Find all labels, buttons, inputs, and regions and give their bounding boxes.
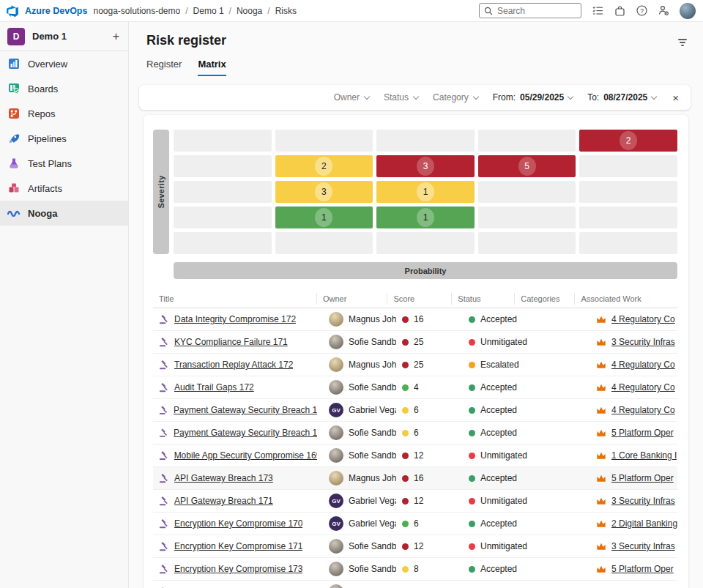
- user-avatar[interactable]: [680, 3, 696, 19]
- column-header-status[interactable]: Status: [451, 293, 514, 305]
- risk-title-link[interactable]: Encryption Key Compromise 173: [174, 564, 302, 574]
- sidebar-item-artifacts[interactable]: Artifacts: [0, 176, 128, 201]
- matrix-cell[interactable]: [579, 206, 677, 228]
- associated-work-link[interactable]: 2 Digital Banking: [611, 518, 677, 529]
- table-row[interactable]: Audit Trail Gaps 172Sofie Sandber4Accept…: [153, 376, 677, 399]
- search-input[interactable]: [497, 6, 570, 16]
- column-header-title[interactable]: Title: [153, 293, 316, 305]
- matrix-cell[interactable]: [478, 206, 576, 228]
- table-row[interactable]: API Gateway Breach 171GVGabriel Vega12Un…: [153, 490, 677, 513]
- matrix-cell[interactable]: 2: [579, 130, 677, 152]
- matrix-cell[interactable]: 2: [275, 155, 373, 177]
- risk-title-link[interactable]: Audit Trail Gaps 172: [174, 382, 254, 392]
- associated-work-link[interactable]: 1 Core Banking I: [611, 450, 677, 461]
- risk-title-link[interactable]: Encryption Key Compromise 170: [174, 518, 302, 529]
- risk-title-link[interactable]: KYC Compliance Failure 171: [174, 337, 288, 347]
- breadcrumb-item[interactable]: Nooga: [237, 6, 262, 16]
- column-header-associated-work[interactable]: Associated Work: [574, 293, 677, 305]
- add-project-icon[interactable]: +: [113, 30, 119, 43]
- matrix-cell[interactable]: [275, 130, 373, 152]
- sidebar-item-pipelines[interactable]: Pipelines: [0, 126, 128, 151]
- risk-title-link[interactable]: API Gateway Breach 173: [174, 473, 273, 483]
- category-filter-dropdown[interactable]: Category: [433, 92, 478, 103]
- tab-register[interactable]: Register: [146, 59, 182, 76]
- associated-work-link[interactable]: 3 Security Infras: [611, 337, 675, 347]
- breadcrumb-item[interactable]: Demo 1: [193, 6, 224, 16]
- matrix-cell[interactable]: [174, 206, 272, 228]
- table-row[interactable]: Mobile App Security Compromise 169Sofie …: [153, 444, 677, 467]
- search-box[interactable]: [479, 3, 581, 18]
- sidebar-item-boards[interactable]: Boards: [0, 76, 128, 101]
- table-row[interactable]: Transaction Replay Attack 172Magnus Joha…: [153, 354, 677, 376]
- matrix-cell[interactable]: 1: [275, 206, 373, 228]
- associated-work-link[interactable]: 4 Regulatory Co: [611, 314, 675, 324]
- column-header-owner[interactable]: Owner: [316, 293, 387, 305]
- sidebar-item-repos[interactable]: Repos: [0, 101, 128, 126]
- user-settings-icon[interactable]: [658, 5, 669, 17]
- sidebar-item-test-plans[interactable]: Test Plans: [0, 151, 128, 176]
- project-selector[interactable]: D Demo 1 +: [0, 22, 128, 51]
- sidebar-item-nooga[interactable]: Nooga: [0, 201, 128, 226]
- matrix-cell[interactable]: 5: [478, 155, 576, 177]
- matrix-cell[interactable]: 3: [376, 155, 475, 177]
- matrix-cell[interactable]: [478, 181, 576, 203]
- risk-title-link[interactable]: Payment Gateway Security Breach 173: [174, 428, 317, 438]
- table-row[interactable]: Encryption Key Compromise 170GVGabriel V…: [153, 513, 677, 535]
- matrix-cell[interactable]: [376, 232, 475, 254]
- filter-icon[interactable]: [678, 33, 687, 46]
- checklist-icon[interactable]: [592, 5, 603, 17]
- column-header-score[interactable]: Score: [387, 293, 451, 305]
- azure-devops-logo-icon[interactable]: [6, 4, 19, 18]
- status-filter-dropdown[interactable]: Status: [384, 92, 418, 103]
- table-row[interactable]: Encryption Key Compromise 173Sofie Sandb…: [153, 558, 677, 581]
- matrix-cell[interactable]: 3: [275, 181, 373, 203]
- table-row[interactable]: Data Integrity Compromise 172Magnus Joha…: [153, 308, 677, 331]
- risk-title-link[interactable]: Mobile App Security Compromise 169: [174, 450, 317, 461]
- matrix-cell[interactable]: [478, 130, 576, 152]
- matrix-cell[interactable]: [376, 130, 475, 152]
- matrix-cell[interactable]: [174, 181, 272, 203]
- from-date-picker[interactable]: From:05/29/2025: [493, 92, 573, 103]
- associated-work-link[interactable]: 5 Platform Oper: [611, 473, 674, 483]
- to-date-picker[interactable]: To:08/27/2025: [587, 92, 656, 103]
- matrix-cell[interactable]: [174, 130, 272, 152]
- matrix-cell[interactable]: [478, 232, 576, 254]
- matrix-cell[interactable]: [579, 232, 677, 254]
- breadcrumb-item[interactable]: nooga-solutions-demo: [93, 6, 180, 16]
- matrix-cell[interactable]: [579, 181, 677, 203]
- owner-filter-dropdown[interactable]: Owner: [334, 92, 369, 103]
- matrix-cell[interactable]: [174, 155, 272, 177]
- tab-matrix[interactable]: Matrix: [198, 59, 226, 76]
- table-row[interactable]: Encryption Key Compromise 171Sofie Sandb…: [153, 535, 677, 558]
- table-row[interactable]: Payment Gateway Security Breach 172GVGab…: [153, 399, 677, 422]
- risk-title-link[interactable]: API Gateway Breach 171: [174, 496, 273, 506]
- table-row[interactable]: API Gateway Breach 173Magnus Johar16Acce…: [153, 467, 677, 490]
- associated-work-link[interactable]: 5 Platform Oper: [611, 428, 674, 438]
- column-header-categories[interactable]: Categories: [514, 293, 574, 305]
- table-row[interactable]: KYC Compliance Failure 171Sofie Sandber2…: [153, 331, 677, 354]
- matrix-cell-count: 1: [417, 182, 434, 201]
- sidebar-item-overview[interactable]: Overview: [0, 51, 128, 76]
- help-icon[interactable]: ?: [636, 5, 647, 17]
- risk-title-link[interactable]: Payment Gateway Security Breach 172: [174, 405, 317, 415]
- brand-label[interactable]: Azure DevOps: [25, 6, 87, 16]
- associated-work-link[interactable]: 4 Regulatory Co: [611, 360, 675, 370]
- matrix-cell[interactable]: [275, 232, 373, 254]
- associated-work-link[interactable]: 5 Platform Oper: [611, 564, 674, 574]
- associated-work-link[interactable]: 4 Regulatory Co: [611, 405, 675, 415]
- clear-filters-icon[interactable]: ×: [672, 92, 679, 104]
- associated-work-link[interactable]: 3 Security Infras: [611, 541, 675, 551]
- table-row[interactable]: Payment Gateway Security Breach 173Sofie…: [153, 422, 677, 444]
- table-row[interactable]: Encryption Key Compromise 169Sofie Sandb…: [153, 581, 677, 588]
- associated-work-link[interactable]: 4 Regulatory Co: [611, 382, 675, 392]
- breadcrumb-item[interactable]: Risks: [275, 6, 297, 16]
- associated-work-link[interactable]: 3 Security Infras: [611, 496, 675, 506]
- matrix-cell[interactable]: 1: [376, 206, 475, 228]
- risk-title-link[interactable]: Encryption Key Compromise 171: [174, 541, 302, 551]
- risk-title-link[interactable]: Data Integrity Compromise 172: [174, 314, 296, 324]
- matrix-cell[interactable]: 1: [376, 181, 475, 203]
- matrix-cell[interactable]: [579, 155, 677, 177]
- marketplace-bag-icon[interactable]: [614, 5, 625, 17]
- risk-title-link[interactable]: Transaction Replay Attack 172: [174, 360, 293, 370]
- matrix-cell[interactable]: [174, 232, 272, 254]
